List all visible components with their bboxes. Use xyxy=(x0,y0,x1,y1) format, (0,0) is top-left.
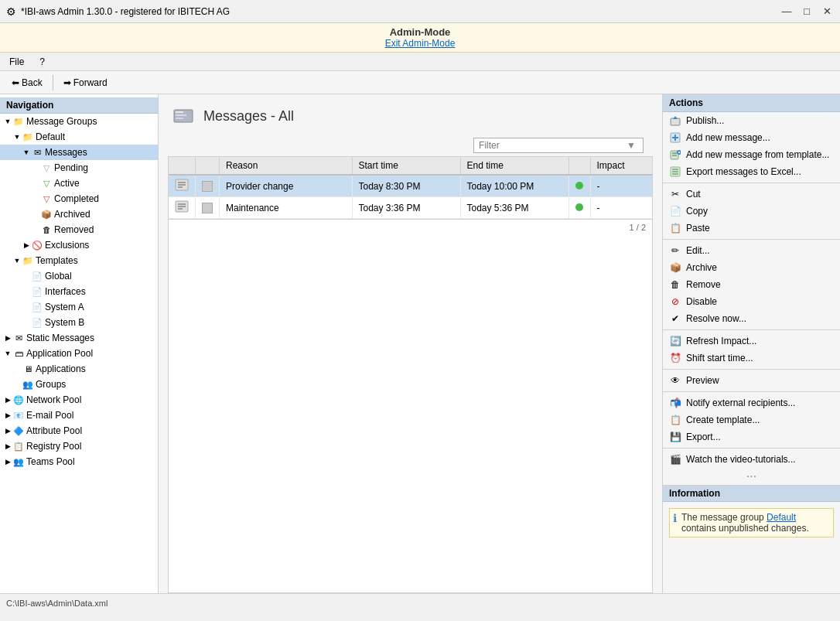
sidebar-item-label: Completed xyxy=(54,193,99,204)
paste-icon: 📋 xyxy=(669,222,681,234)
col-status-icon xyxy=(569,157,590,175)
sidebar-item-network-pool[interactable]: ▶ 🌐 Network Pool xyxy=(0,392,158,408)
actions-header: Actions xyxy=(663,94,840,112)
action-export[interactable]: 💾 Export... xyxy=(663,428,840,445)
reason-cell[interactable]: Provider change xyxy=(220,175,353,197)
sidebar-item-message-groups[interactable]: ▼ 📁 Message Groups xyxy=(0,114,158,129)
col-reason[interactable]: Reason xyxy=(220,157,353,175)
back-button[interactable]: ⬅ Back xyxy=(6,75,48,90)
sidebar-item-system-a[interactable]: 📄 System A xyxy=(0,299,158,315)
end-time-cell: Today 10:00 PM xyxy=(460,175,569,197)
sidebar-item-label: Groups xyxy=(36,379,66,390)
admin-mode-title: Admin-Mode xyxy=(0,26,840,38)
sidebar-item-label: Network Pool xyxy=(26,394,81,405)
action-publish[interactable]: Publish... xyxy=(663,112,840,129)
action-watch-tutorials[interactable]: 🎬 Watch the video-tutorials... xyxy=(663,451,840,468)
info-content: ℹ The message group Default contains unp… xyxy=(669,508,834,537)
information-panel: Information ℹ The message group Default … xyxy=(663,485,840,544)
sidebar-item-completed[interactable]: ▽ Completed xyxy=(0,191,158,206)
table-row[interactable]: Maintenance Today 3:36 PM Today 5:36 PM … xyxy=(169,197,652,219)
sidebar-item-teams-pool[interactable]: ▶ 👥 Teams Pool xyxy=(0,454,158,469)
row-icon-cell xyxy=(169,197,196,219)
table-row[interactable]: Provider change Today 8:30 PM Today 10:0… xyxy=(169,175,652,197)
create-template-icon: 📋 xyxy=(669,414,681,426)
sidebar-item-system-b[interactable]: 📄 System B xyxy=(0,315,158,330)
expand-icon: ▼ xyxy=(3,118,12,125)
action-label: Shift start time... xyxy=(686,353,753,363)
sidebar-item-static-messages[interactable]: ▶ ✉ Static Messages xyxy=(0,330,158,346)
forward-label: Forward xyxy=(73,77,108,88)
content-panel: Messages - All ▼ Reason Start time End t… xyxy=(159,94,662,593)
sidebar-item-removed[interactable]: 🗑 Removed xyxy=(0,222,158,237)
reason-cell[interactable]: Maintenance xyxy=(220,197,353,219)
action-paste[interactable]: 📋 Paste xyxy=(663,220,840,237)
col-start-time[interactable]: Start time xyxy=(352,157,460,175)
sidebar-item-attribute-pool[interactable]: ▶ 🔷 Attribute Pool xyxy=(0,423,158,438)
sidebar-item-global[interactable]: 📄 Global xyxy=(0,268,158,284)
sidebar-item-label: Teams Pool xyxy=(26,456,75,467)
action-resolve-now[interactable]: ✔ Resolve now... xyxy=(663,310,840,327)
info-header: Information xyxy=(663,486,840,502)
forward-arrow-icon: ➡ xyxy=(63,77,71,88)
sidebar-item-label: Interfaces xyxy=(45,286,86,297)
action-notify-external[interactable]: 📬 Notify external recipients... xyxy=(663,394,840,411)
attribute-icon: 🔷 xyxy=(12,425,25,437)
action-add-from-template[interactable]: Add new message from template... xyxy=(663,146,840,163)
doc-icon: 📄 xyxy=(31,270,43,282)
action-preview[interactable]: 👁 Preview xyxy=(663,372,840,389)
sidebar-item-archived[interactable]: 📦 Archived xyxy=(0,206,158,222)
sidebar-item-pending[interactable]: ▽ Pending xyxy=(0,160,158,176)
sidebar-item-default[interactable]: ▼ 📁 Default xyxy=(0,129,158,145)
info-default-link[interactable]: Default xyxy=(767,512,796,523)
expand-icon: ▼ xyxy=(22,148,31,156)
exit-admin-mode-link[interactable]: Exit Admin-Mode xyxy=(0,38,840,49)
minimize-button[interactable]: — xyxy=(780,5,794,19)
action-label: Paste xyxy=(686,223,710,234)
action-label: Archive xyxy=(686,262,717,273)
action-shift-start-time[interactable]: ⏰ Shift start time... xyxy=(663,350,840,367)
end-time-cell: Today 5:36 PM xyxy=(460,197,569,219)
sidebar-item-active[interactable]: ▽ Active xyxy=(0,176,158,191)
sidebar-item-applications[interactable]: 🖥 Applications xyxy=(0,361,158,377)
forward-button[interactable]: ➡ Forward xyxy=(58,75,113,90)
col-impact[interactable]: Impact xyxy=(590,157,652,175)
action-refresh-impact[interactable]: 🔄 Refresh Impact... xyxy=(663,333,840,350)
sidebar-item-templates[interactable]: ▼ 📁 Templates xyxy=(0,253,158,268)
impact-cell: - xyxy=(590,175,652,197)
expand-icon: ▶ xyxy=(3,458,12,466)
teams-icon: 👥 xyxy=(12,456,25,468)
action-add-new-message[interactable]: Add new message... xyxy=(663,129,840,146)
sidebar-item-label: Exclusions xyxy=(45,240,89,251)
action-remove[interactable]: 🗑 Remove xyxy=(663,276,840,293)
maximize-button[interactable]: □ xyxy=(800,5,814,19)
col-end-time[interactable]: End time xyxy=(460,157,569,175)
sidebar-item-messages[interactable]: ▼ ✉ Messages xyxy=(0,145,158,160)
sidebar-item-groups[interactable]: 👥 Groups xyxy=(0,377,158,392)
action-edit[interactable]: ✏ Edit... xyxy=(663,242,840,259)
sidebar-item-registry-pool[interactable]: ▶ 📋 Registry Pool xyxy=(0,438,158,454)
groups-icon: 👥 xyxy=(22,378,34,391)
action-archive[interactable]: 📦 Archive xyxy=(663,259,840,276)
action-copy[interactable]: 📄 Copy xyxy=(663,203,840,220)
filter-input[interactable] xyxy=(473,138,644,153)
action-separator xyxy=(663,183,840,183)
sidebar-item-interfaces[interactable]: 📄 Interfaces xyxy=(0,284,158,299)
folder-icon: 📁 xyxy=(22,254,34,267)
action-create-template[interactable]: 📋 Create template... xyxy=(663,411,840,428)
action-export-excel[interactable]: Export messages to Excel... xyxy=(663,163,840,180)
toolbar-separator xyxy=(53,75,53,90)
menu-help[interactable]: ? xyxy=(36,55,48,69)
edit-icon: ✏ xyxy=(669,244,681,257)
nav-header: Navigation xyxy=(0,97,158,114)
sidebar-item-email-pool[interactable]: ▶ 📧 E-mail Pool xyxy=(0,408,158,423)
info-icon: ℹ xyxy=(673,512,677,524)
sidebar-item-application-pool[interactable]: ▼ 🗃 Application Pool xyxy=(0,346,158,361)
sidebar-item-label: Global xyxy=(45,271,72,281)
menu-file[interactable]: File xyxy=(6,55,27,69)
action-disable[interactable]: ⊘ Disable xyxy=(663,293,840,310)
action-cut[interactable]: ✂ Cut xyxy=(663,186,840,203)
sidebar-item-exclusions[interactable]: ▶ 🚫 Exclusions xyxy=(0,237,158,253)
sidebar-item-label: Active xyxy=(54,178,80,189)
close-button[interactable]: ✕ xyxy=(820,5,834,19)
action-separator xyxy=(663,369,840,370)
